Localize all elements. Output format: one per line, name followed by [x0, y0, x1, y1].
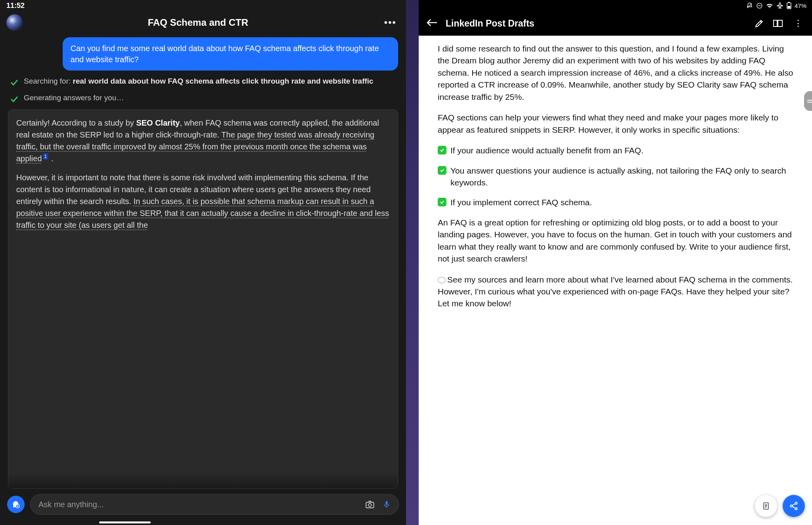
doc-paragraph: An FAQ is a great option for refreshing … [438, 217, 796, 265]
fade-overlay [8, 472, 398, 488]
user-message-bubble: Can you find me some real world data abo… [63, 37, 398, 71]
mic-icon[interactable] [380, 498, 393, 511]
generating-status: Generating answers for you… [8, 93, 398, 104]
check-icon [10, 94, 19, 104]
checkmark-icon [438, 166, 446, 175]
svg-line-14 [760, 21, 761, 23]
wifi-icon [766, 3, 773, 8]
svg-rect-11 [787, 6, 790, 8]
doc-paragraph: FAQ sections can help your viewers find … [438, 112, 796, 136]
searching-status: Searching for: real world data about how… [8, 76, 398, 87]
reader-icon[interactable] [772, 18, 783, 29]
check-icon [10, 78, 19, 87]
new-topic-button[interactable] [7, 496, 25, 513]
chat-header: FAQ Schema and CTR ••• [0, 11, 406, 37]
speech-bubble-icon [438, 277, 446, 283]
document-pane: 47% LinkedIn Post Drafts ⋮ I did some re… [419, 0, 812, 525]
back-button[interactable] [426, 18, 438, 29]
battery-percent: 47% [795, 2, 806, 9]
document-title: LinkedIn Post Drafts [446, 18, 746, 29]
svg-rect-5 [386, 501, 388, 505]
document-content[interactable]: I did some research to find out the answ… [419, 36, 812, 525]
citation-badge[interactable]: 1 [43, 153, 48, 160]
notes-fab[interactable] [755, 495, 777, 517]
more-options-icon[interactable]: ••• [381, 15, 400, 30]
svg-rect-12 [788, 2, 790, 3]
minus-circle-icon [756, 2, 763, 9]
doc-paragraph: See my sources and learn more about what… [438, 274, 796, 310]
assistant-answer: Certainly! According to a study by SEO C… [8, 109, 398, 489]
battery-icon [787, 2, 791, 9]
overflow-menu-icon[interactable]: ⋮ [791, 18, 805, 29]
checkmark-icon [438, 198, 446, 206]
svg-rect-3 [366, 502, 374, 508]
doc-paragraph: I did some research to find out the answ… [438, 43, 796, 103]
status-bar-right: 47% [419, 0, 812, 11]
checklist-item: If you implement correct FAQ schema. [438, 197, 796, 208]
dnd-icon [746, 2, 753, 9]
svg-line-23 [792, 504, 795, 506]
status-bar-time: 11:52 [0, 0, 406, 11]
chat-input-row [0, 489, 406, 525]
svg-point-4 [368, 504, 372, 507]
airplane-icon [776, 2, 783, 9]
chat-input-container [30, 494, 399, 515]
nav-handle-left[interactable] [99, 521, 151, 523]
svg-point-22 [795, 508, 797, 510]
checklist-item: If your audience would actually benefit … [438, 145, 796, 157]
split-divider[interactable] [406, 0, 419, 525]
chat-title: FAQ Schema and CTR [28, 17, 376, 28]
answer-paragraph-2: However, it is important to note that th… [16, 172, 390, 231]
avatar[interactable] [6, 14, 23, 31]
nav-handle-right[interactable] [642, 521, 693, 523]
camera-icon[interactable] [364, 498, 376, 511]
answer-paragraph-1: Certainly! According to a study by SEO C… [16, 117, 390, 164]
generating-text: Generating answers for you… [24, 93, 124, 103]
svg-point-20 [795, 502, 797, 504]
chat-app-pane: 11:52 FAQ Schema and CTR ••• Can you fin… [0, 0, 406, 525]
checklist-item: You answer questions your audience is ac… [438, 165, 796, 189]
document-header: LinkedIn Post Drafts ⋮ [419, 11, 812, 36]
edit-icon[interactable] [754, 18, 764, 29]
share-fab[interactable] [783, 495, 805, 517]
chat-messages: Can you find me some real world data abo… [0, 37, 406, 489]
fab-container [755, 495, 805, 517]
svg-point-21 [791, 505, 793, 507]
scroll-handle[interactable] [804, 91, 812, 111]
checkmark-icon [438, 146, 446, 155]
chat-input[interactable] [38, 500, 360, 509]
search-status-text: Searching for: real world data about how… [24, 76, 373, 87]
svg-line-24 [792, 506, 795, 508]
